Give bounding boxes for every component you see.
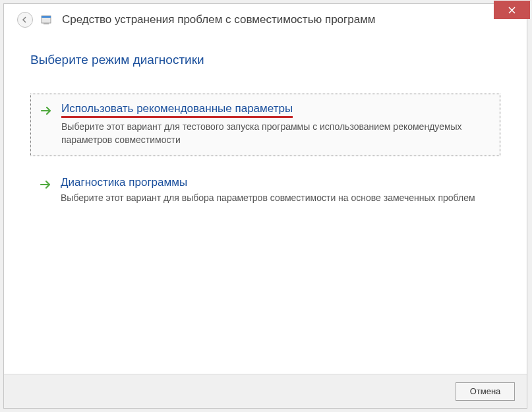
option-body: Использовать рекомендованные параметры В… xyxy=(61,102,490,146)
content-area: Выберите режим диагностики Использовать … xyxy=(4,40,527,239)
footer: Отмена xyxy=(4,374,527,408)
cancel-button[interactable]: Отмена xyxy=(456,382,515,401)
close-icon xyxy=(508,7,516,14)
option-description: Выберите этот вариант для тестового запу… xyxy=(61,121,490,146)
svg-rect-1 xyxy=(42,16,51,18)
arrow-right-icon xyxy=(40,105,52,117)
option-body: Диагностика программы Выберите этот вари… xyxy=(61,176,491,205)
option-description: Выберите этот вариант для выбора парамет… xyxy=(61,192,491,205)
option-title: Использовать рекомендованные параметры xyxy=(61,102,293,118)
troubleshooter-window: Средство устранения проблем с совместимо… xyxy=(3,3,527,409)
option-recommended[interactable]: Использовать рекомендованные параметры В… xyxy=(30,94,500,156)
section-heading: Выберите режим диагностики xyxy=(30,53,500,67)
option-title: Диагностика программы xyxy=(61,176,187,189)
window-title: Средство устранения проблем с совместимо… xyxy=(62,13,376,26)
option-diagnose[interactable]: Диагностика программы Выберите этот вари… xyxy=(30,168,500,214)
close-button[interactable] xyxy=(494,1,530,19)
troubleshooter-icon xyxy=(41,14,54,26)
arrow-left-icon xyxy=(21,16,29,24)
back-button[interactable] xyxy=(17,12,33,28)
arrow-right-icon xyxy=(40,179,51,191)
svg-rect-2 xyxy=(44,23,49,24)
header: Средство устранения проблем с совместимо… xyxy=(4,4,527,40)
